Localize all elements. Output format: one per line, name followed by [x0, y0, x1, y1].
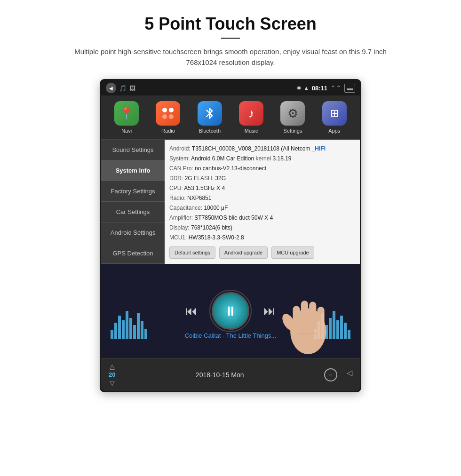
ddr-value: 2G [185, 175, 192, 182]
next-button[interactable]: ⏭ [263, 304, 276, 318]
play-button-container: ⏸ [212, 292, 249, 330]
amplifier-value: ST7850MOS bile duct 50W X 4 [194, 214, 273, 221]
eq-bar [114, 323, 117, 339]
eq-bar [348, 330, 350, 339]
status-bar-right: ✱ ▲ 08:11 ⌃⌃ ▬ [297, 84, 355, 93]
hifi-value: _HIFI [312, 145, 326, 152]
radio-dot [169, 114, 174, 119]
nav-down-arrow[interactable]: ▽ [110, 379, 115, 387]
radio-info-label: Radio: [169, 195, 187, 201]
device-frame: ◀ 🎵 🖼 ✱ ▲ 08:11 ⌃⌃ ▬ 📍 Navi [100, 79, 361, 392]
capacitance-value: 10000 μF [204, 205, 228, 211]
eq-bar [137, 313, 140, 339]
system-row: System: Android 6.0M Car Edition kernel … [169, 154, 355, 163]
system-label: System: [169, 155, 191, 162]
status-time: 08:11 [312, 85, 327, 92]
nav-left: △ 20 ▽ [109, 363, 115, 387]
eq-bar [122, 320, 125, 339]
prev-button[interactable]: ⏮ [185, 304, 198, 318]
can-label: CAN Pro: [169, 165, 195, 172]
hand-icon [278, 264, 339, 358]
capacitance-row: Capacitance: 10000 μF [169, 204, 355, 212]
amplifier-label: Amplifier: [169, 214, 194, 221]
kernel-value: 3.18.19 [272, 155, 291, 162]
eq-bar [111, 330, 113, 339]
sidebar-item-factory[interactable]: Factory Settings [101, 181, 165, 202]
main-content: Sound Settings System Info Factory Setti… [101, 140, 360, 264]
app-music[interactable]: ♪ Music [235, 101, 268, 134]
play-pause-icon: ⏸ [224, 303, 237, 319]
settings-icon-bg: ⚙ [280, 101, 305, 126]
cpu-row: CPU: A53 1.5GHz X 4 [169, 184, 355, 192]
back-button[interactable]: ◀ [106, 83, 116, 93]
eq-bar [133, 325, 136, 339]
info-panel: Android: T3518CH_00008_V008_20181108 (Al… [165, 140, 360, 264]
sidebar-item-car[interactable]: Car Settings [101, 202, 165, 222]
music-icon-bg: ♪ [239, 101, 263, 126]
cpu-value: A53 1.5GHz X 4 [184, 185, 225, 191]
sidebar-item-android[interactable]: Android Settings [101, 222, 165, 243]
radio-dot [162, 108, 167, 112]
eq-bar [126, 311, 128, 339]
sidebar-item-system[interactable]: System Info [101, 160, 165, 181]
bottom-nav: △ 20 ▽ 2018-10-15 Mon ○ ◁ [101, 358, 360, 391]
android-value: T3518CH_00008_V008_20181108 (All Netcom [192, 145, 310, 152]
radio-dots [160, 106, 175, 121]
info-buttons: Default settings Android upgrade MCU upg… [169, 246, 355, 259]
display-row: Display: 768*1024(6 bits) [169, 223, 355, 232]
sidebar-item-sound[interactable]: Sound Settings [101, 140, 165, 160]
media-icon: 🎵 [119, 85, 127, 92]
app-bluetooth[interactable]: Bluetooth [193, 101, 226, 134]
music-label: Music [245, 128, 258, 134]
app-navi[interactable]: 📍 Navi [110, 101, 143, 134]
app-settings[interactable]: ⚙ Settings [276, 101, 309, 134]
flash-value: 32G [215, 175, 226, 182]
amplifier-row: Amplifier: ST7850MOS bile duct 50W X 4 [169, 214, 355, 222]
app-radio[interactable]: Radio [151, 101, 184, 134]
svg-rect-2 [301, 301, 308, 333]
back-nav-button[interactable]: ◁ [347, 368, 352, 381]
expand-icon: ⌃⌃ [330, 84, 342, 92]
svg-rect-4 [318, 307, 325, 332]
can-value: no canbus-V2.13-disconnect [195, 165, 266, 172]
home-icon: ○ [329, 372, 332, 378]
cpu-label: CPU: [169, 185, 184, 191]
ddr-label: DDR: [169, 175, 185, 182]
radio-label: Radio [161, 128, 175, 134]
nav-date: 2018-10-15 Mon [196, 371, 244, 379]
radio-icon-bg [156, 101, 180, 126]
radio-dot [162, 114, 167, 119]
home-button[interactable]: ○ [324, 368, 337, 381]
eq-bars-left [111, 311, 147, 339]
sidebar-item-gps[interactable]: GPS Detection [101, 243, 165, 264]
mcu-value: HW3518-3.3-SW0-2.8 [189, 234, 244, 241]
android-row: Android: T3518CH_00008_V008_20181108 (Al… [169, 144, 355, 153]
flash-label: FLASH: [194, 175, 215, 182]
default-settings-button[interactable]: Default settings [169, 246, 215, 259]
android-upgrade-button[interactable]: Android upgrade [219, 246, 268, 259]
radio-row: Radio: NXP6851 [169, 194, 355, 202]
signal-icon: ▲ [304, 85, 309, 91]
bluetooth-status-icon: ✱ [297, 85, 301, 91]
android-label: Android: [169, 145, 192, 152]
eq-bar [118, 316, 121, 339]
sidebar: Sound Settings System Info Factory Setti… [101, 140, 165, 264]
nav-right: ○ ◁ [324, 368, 352, 381]
nav-up-arrow[interactable]: △ [110, 363, 115, 370]
ddr-row: DDR: 2G FLASH: 32G [169, 174, 355, 182]
page-title: 5 Point Touch Screen [144, 14, 316, 34]
play-pause-button[interactable]: ⏸ [212, 292, 249, 330]
mcu-row: MCU1: HW3518-3.3-SW0-2.8 [169, 233, 355, 242]
app-apps[interactable]: ⊞ Apps [318, 101, 351, 134]
eq-bar [144, 329, 147, 339]
status-bar-left: ◀ 🎵 🖼 [106, 83, 135, 93]
bluetooth-label: Bluetooth [199, 128, 221, 134]
settings-label: Settings [284, 128, 302, 134]
eq-bar [141, 321, 143, 339]
radio-dot [169, 108, 174, 112]
mcu-upgrade-button[interactable]: MCU upgrade [271, 246, 314, 259]
kernel-label: kernel [255, 155, 272, 162]
capacitance-label: Capacitance: [169, 205, 204, 211]
page-subtitle: Multiple point high-sensitive touchscree… [66, 47, 395, 68]
mcu-label: MCU1: [169, 234, 189, 241]
